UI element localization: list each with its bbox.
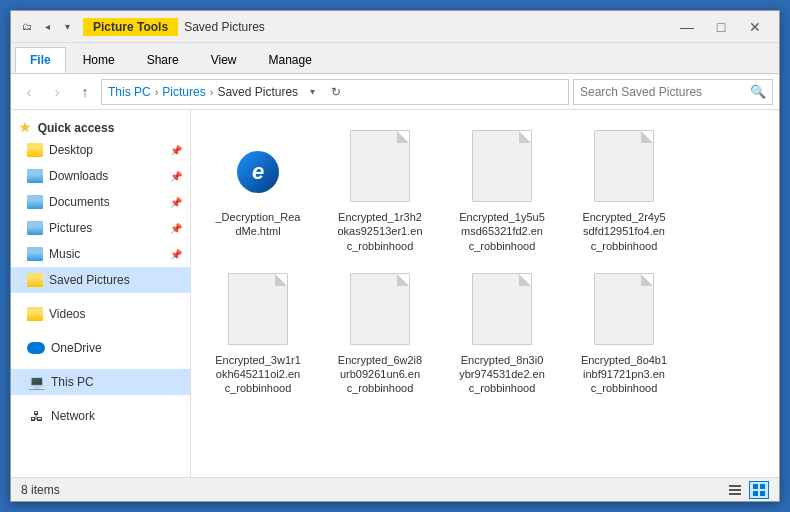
address-dropdown[interactable]: ▾ bbox=[302, 86, 322, 97]
svg-rect-6 bbox=[760, 491, 765, 496]
sidebar-item-thispc[interactable]: 💻 This PC bbox=[11, 369, 190, 395]
file-item-enc5[interactable]: Encrypted_6w2i8urb09261un6.enc_robbinhoo… bbox=[321, 261, 439, 400]
sidebar-onedrive-label: OneDrive bbox=[51, 341, 102, 355]
ribbon: File Home Share View Manage bbox=[11, 43, 779, 74]
sidebar-item-saved-pictures[interactable]: Saved Pictures bbox=[11, 267, 190, 293]
titlebar: 🗂 ◂ ▾ Picture Tools Saved Pictures — □ ✕ bbox=[11, 11, 779, 43]
desktop-folder-icon bbox=[27, 143, 43, 157]
html-file-name: _Decryption_ReadMe.html bbox=[216, 210, 301, 239]
svg-rect-4 bbox=[760, 484, 765, 489]
file-item-enc4[interactable]: Encrypted_3w1r1okh645211oi2.enc_robbinho… bbox=[199, 261, 317, 400]
pin-icon-downloads: 📌 bbox=[170, 171, 182, 182]
enc7-icon-wrap bbox=[584, 269, 664, 349]
folder-icon: 🗂 bbox=[19, 19, 35, 35]
list-view-button[interactable] bbox=[725, 481, 745, 499]
file-area: e _Decryption_ReadMe.html Encrypted_1r3h… bbox=[191, 110, 779, 477]
address-bar[interactable]: This PC › Pictures › Saved Pictures ▾ ↻ bbox=[101, 79, 569, 105]
svg-rect-3 bbox=[753, 484, 758, 489]
back-button[interactable]: ‹ bbox=[17, 80, 41, 104]
enc1-icon-wrap bbox=[340, 126, 420, 206]
maximize-button[interactable]: □ bbox=[705, 15, 737, 39]
breadcrumb-pictures[interactable]: Pictures bbox=[162, 85, 205, 99]
svg-rect-0 bbox=[729, 485, 741, 487]
enc7-file-icon bbox=[594, 273, 654, 345]
file-item-enc6[interactable]: Encrypted_8n3i0ybr974531de2.enc_robbinho… bbox=[443, 261, 561, 400]
tab-file[interactable]: File bbox=[15, 47, 66, 73]
sidebar-item-documents[interactable]: Documents 📌 bbox=[11, 189, 190, 215]
explorer-window: 🗂 ◂ ▾ Picture Tools Saved Pictures — □ ✕… bbox=[10, 10, 780, 502]
search-box[interactable]: 🔍 bbox=[573, 79, 773, 105]
videos-folder-icon bbox=[27, 307, 43, 321]
sidebar-item-music[interactable]: Music 📌 bbox=[11, 241, 190, 267]
minimize-button[interactable]: — bbox=[671, 15, 703, 39]
file-item-html[interactable]: e _Decryption_ReadMe.html bbox=[199, 118, 317, 257]
sidebar-item-downloads[interactable]: Downloads 📌 bbox=[11, 163, 190, 189]
sidebar-item-desktop[interactable]: Desktop 📌 bbox=[11, 137, 190, 163]
enc5-icon-wrap bbox=[340, 269, 420, 349]
enc5-file-icon bbox=[350, 273, 410, 345]
enc7-file-name: Encrypted_8o4b1inbf91721pn3.enc_robbinho… bbox=[581, 353, 667, 396]
downloads-folder-icon bbox=[27, 169, 43, 183]
enc1-file-icon bbox=[350, 130, 410, 202]
pin-icon-music: 📌 bbox=[170, 249, 182, 260]
enc4-icon-wrap bbox=[218, 269, 298, 349]
dropdown-quick[interactable]: ▾ bbox=[59, 19, 75, 35]
item-count: 8 items bbox=[21, 483, 60, 497]
enc6-icon-wrap bbox=[462, 269, 542, 349]
pin-icon-desktop: 📌 bbox=[170, 145, 182, 156]
sidebar-item-pictures[interactable]: Pictures 📌 bbox=[11, 215, 190, 241]
forward-button[interactable]: › bbox=[45, 80, 69, 104]
tab-view[interactable]: View bbox=[196, 47, 252, 73]
tab-share[interactable]: Share bbox=[132, 47, 194, 73]
sidebar-item-network[interactable]: 🖧 Network bbox=[11, 403, 190, 429]
file-item-enc7[interactable]: Encrypted_8o4b1inbf91721pn3.enc_robbinho… bbox=[565, 261, 683, 400]
sidebar-saved-label: Saved Pictures bbox=[49, 273, 130, 287]
enc2-icon-wrap bbox=[462, 126, 542, 206]
html-file-icon: e bbox=[226, 129, 290, 203]
sidebar-item-onedrive[interactable]: OneDrive bbox=[11, 335, 190, 361]
music-folder-icon bbox=[27, 247, 43, 261]
quick-access-header[interactable]: ★ Quick access bbox=[11, 116, 190, 137]
file-item-enc2[interactable]: Encrypted_1y5u5msd65321fd2.enc_robbinhoo… bbox=[443, 118, 561, 257]
back-quick[interactable]: ◂ bbox=[39, 19, 55, 35]
sidebar-item-videos[interactable]: Videos bbox=[11, 301, 190, 327]
divider4 bbox=[11, 395, 190, 403]
file-item-enc1[interactable]: Encrypted_1r3h2okas92513er1.enc_robbinho… bbox=[321, 118, 439, 257]
up-button[interactable]: ↑ bbox=[73, 80, 97, 104]
pin-icon-pictures: 📌 bbox=[170, 223, 182, 234]
enc2-file-icon bbox=[472, 130, 532, 202]
close-button[interactable]: ✕ bbox=[739, 15, 771, 39]
enc2-file-name: Encrypted_1y5u5msd65321fd2.enc_robbinhoo… bbox=[459, 210, 545, 253]
sidebar-music-label: Music bbox=[49, 247, 80, 261]
sep1: › bbox=[155, 86, 159, 98]
icon-view-button[interactable] bbox=[749, 481, 769, 499]
tab-home[interactable]: Home bbox=[68, 47, 130, 73]
divider2 bbox=[11, 327, 190, 335]
documents-folder-icon bbox=[27, 195, 43, 209]
file-item-enc3[interactable]: Encrypted_2r4y5sdfd12951fo4.enc_robbinho… bbox=[565, 118, 683, 257]
sidebar-thispc-label: This PC bbox=[51, 375, 94, 389]
search-input[interactable] bbox=[580, 85, 746, 99]
sidebar-documents-label: Documents bbox=[49, 195, 110, 209]
enc4-file-icon bbox=[228, 273, 288, 345]
sidebar-downloads-label: Downloads bbox=[49, 169, 108, 183]
window-title: Saved Pictures bbox=[184, 20, 671, 34]
saved-folder-icon bbox=[27, 273, 43, 287]
svg-rect-2 bbox=[729, 493, 741, 495]
sidebar-network-label: Network bbox=[51, 409, 95, 423]
onedrive-icon bbox=[27, 342, 45, 354]
search-icon[interactable]: 🔍 bbox=[750, 84, 766, 99]
pictures-folder-icon bbox=[27, 221, 43, 235]
enc4-file-name: Encrypted_3w1r1okh645211oi2.enc_robbinho… bbox=[215, 353, 301, 396]
edge-logo-icon: e bbox=[237, 151, 279, 193]
pin-icon-documents: 📌 bbox=[170, 197, 182, 208]
star-icon: ★ bbox=[19, 120, 31, 135]
network-icon: 🖧 bbox=[27, 409, 45, 423]
window-controls: — □ ✕ bbox=[671, 15, 771, 39]
refresh-button[interactable]: ↻ bbox=[326, 85, 346, 99]
breadcrumb-thispc[interactable]: This PC bbox=[108, 85, 151, 99]
view-toggle bbox=[725, 481, 769, 499]
tab-manage[interactable]: Manage bbox=[254, 47, 327, 73]
sidebar-videos-label: Videos bbox=[49, 307, 85, 321]
picture-tools-badge: Picture Tools bbox=[83, 18, 178, 36]
